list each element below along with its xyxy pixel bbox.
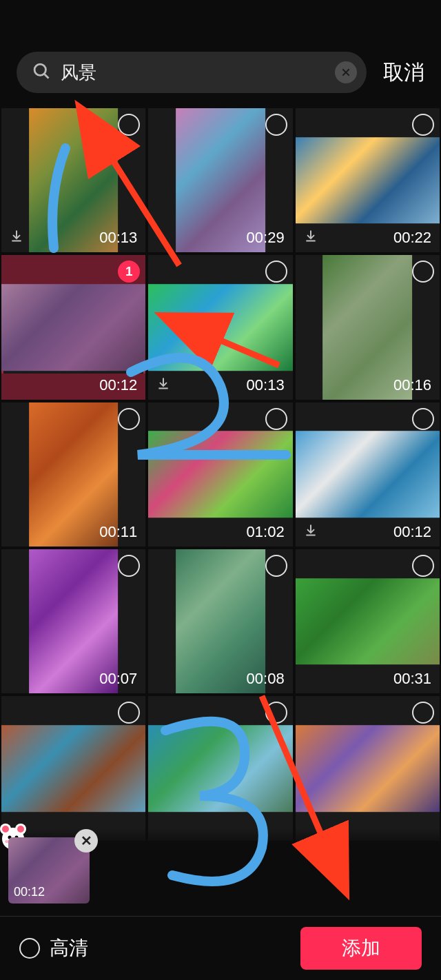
hd-label: 高清 [50,935,88,961]
duration-label: 00:12 [14,885,45,899]
download-icon [304,523,318,540]
selection-ring[interactable] [412,261,434,283]
selection-ring[interactable] [412,555,434,577]
svg-point-16 [17,826,24,833]
download-icon [156,376,170,393]
selection-ring[interactable] [265,702,287,724]
media-cell[interactable]: 00:08 [148,549,292,693]
selection-tray: ✕ 00:12 [0,828,441,917]
media-cell[interactable]: 00:16 [296,255,440,399]
duration-label: 00:13 [99,229,137,247]
clear-search-button[interactable] [335,61,357,83]
duration-label: 00:07 [99,670,137,688]
selection-ring[interactable] [412,408,434,430]
selection-ring[interactable] [118,114,140,136]
selection-ring[interactable] [265,114,287,136]
media-cell[interactable] [296,696,440,840]
remove-item-button[interactable]: ✕ [74,829,98,853]
search-input[interactable] [51,62,335,83]
thumbnail-sunset-path-clouds [296,725,440,812]
duration-label: 00:11 [99,523,137,541]
media-cell[interactable]: 00:29 [148,108,292,252]
cancel-button[interactable]: 取消 [379,54,429,91]
selection-ring[interactable] [118,702,140,724]
media-cell[interactable]: 00:13 [148,255,292,399]
thumbnail-bride-seaside [296,431,440,518]
selection-ring[interactable] [412,114,434,136]
media-cell[interactable]: 00:13 [1,108,145,252]
media-grid: 00:1300:2900:22100:1200:1300:1600:1101:0… [0,108,441,841]
media-cell[interactable]: 01:02 [148,402,292,547]
media-cell[interactable]: 00:07 [1,549,145,693]
duration-label: 00:16 [393,376,431,394]
thumbnail-tropical-beach-palms [148,725,292,812]
thumbnail-girl-back-sea [1,284,145,371]
download-icon [304,229,318,245]
app-root: 取消 00:1300:2900:22100:1200:1300:1600:110… [0,0,441,980]
selection-ring[interactable] [265,555,287,577]
duration-label: 00:12 [99,376,137,394]
duration-label: 00:22 [393,229,431,247]
radio-unchecked-icon [19,938,40,959]
tray-item[interactable]: ✕ 00:12 [8,837,90,904]
duration-label: 00:29 [247,229,285,247]
media-cell[interactable]: 00:12 [296,402,440,547]
bottom-bar: 高清 添加 [0,917,441,980]
media-cell[interactable]: 00:31 [296,549,440,693]
duration-label: 01:02 [247,523,285,541]
media-cell[interactable]: 00:22 [296,108,440,252]
svg-point-15 [2,826,9,833]
selection-ring[interactable] [265,261,287,283]
add-button[interactable]: 添加 [300,927,422,970]
selection-ring[interactable] [412,702,434,724]
download-icon [10,229,23,245]
selection-ring[interactable] [118,408,140,430]
svg-point-0 [34,64,45,75]
search-bar: 取消 [0,0,441,108]
selection-ring[interactable] [265,408,287,430]
media-cell[interactable]: 00:11 [1,402,145,547]
duration-label: 00:13 [247,376,285,394]
duration-label: 00:08 [247,670,285,688]
hd-toggle[interactable]: 高清 [19,935,88,961]
thumbnail-green-field-sky [148,284,292,371]
media-cell[interactable]: 100:12 [1,255,145,399]
duration-label: 00:12 [393,523,431,541]
thumbnail-sunset-sea-birds [296,137,440,224]
thumbnail-rice-terrace-village [296,578,440,665]
search-box[interactable] [17,52,367,93]
svg-line-1 [45,74,49,79]
thumbnail-red-rock-canyon [1,725,145,812]
search-icon [32,61,51,83]
duration-label: 00:31 [393,670,431,688]
selection-ring[interactable] [118,555,140,577]
media-cell[interactable] [148,696,292,840]
thumbnail-flower-meadow [148,431,292,518]
